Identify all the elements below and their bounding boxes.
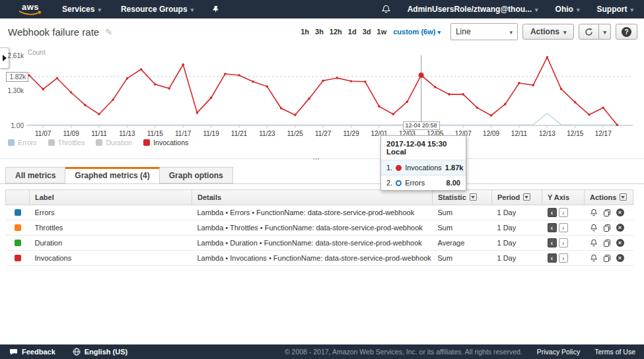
time-range-3h[interactable]: 3h	[315, 28, 324, 36]
column-filter-icon[interactable]	[620, 193, 627, 201]
metric-yaxis-cell	[542, 220, 585, 236]
refresh-icon	[585, 28, 593, 36]
y-axis-title: Count	[28, 49, 46, 56]
duplicate-icon[interactable]	[603, 254, 611, 263]
resize-grip-icon[interactable]	[313, 155, 320, 161]
refresh-button[interactable]	[579, 24, 599, 40]
y-axis-hover-label: 1.82k	[6, 72, 28, 82]
chart-canvas[interactable]: 11/0711/0911/1111/1311/1511/1711/1911/21…	[0, 45, 644, 165]
aws-logo[interactable]: aws	[18, 3, 42, 16]
chart-type-select[interactable]: Line	[450, 23, 518, 40]
y-axis-label: 1.00	[0, 122, 24, 129]
column-header-period: Period	[492, 190, 542, 205]
chevron-down-icon	[509, 27, 513, 36]
metric-actions-cell	[585, 236, 633, 251]
metric-color-cell	[6, 205, 30, 220]
language-selector[interactable]: English (US)	[73, 348, 127, 356]
time-range-1d[interactable]: 1d	[348, 28, 357, 36]
duplicate-icon[interactable]	[603, 239, 611, 247]
metric-color-swatch	[15, 224, 21, 231]
tooltip-timestamp: 2017-12-04 15:30 Local	[381, 136, 466, 160]
metric-details: Lambda • Throttles • FunctionName: data-…	[192, 220, 433, 236]
column-filter-icon[interactable]	[523, 193, 530, 201]
privacy-policy-link[interactable]: Privacy Policy	[537, 348, 580, 356]
action-icons	[590, 224, 628, 232]
duplicate-icon[interactable]	[603, 209, 611, 217]
svg-text:12/09: 12/09	[483, 130, 499, 137]
legend-item-invocations[interactable]: Invocations	[143, 139, 188, 147]
cloudwatch-metrics-page: aws Services Resource Groups AdminUsersR…	[0, 0, 644, 359]
aws-smile-icon	[18, 11, 42, 16]
yaxis-left-button[interactable]	[548, 253, 557, 263]
metric-row-errors: ErrorsLambda • Errors • FunctionName: da…	[6, 205, 633, 220]
table-body: ErrorsLambda • Errors • FunctionName: da…	[6, 205, 633, 266]
time-range-12h[interactable]: 12h	[330, 28, 342, 36]
tab-all-metrics[interactable]: All metrics	[5, 167, 65, 183]
svg-text:11/27: 11/27	[315, 130, 332, 137]
legend-swatch-icon	[96, 139, 102, 146]
chevron-down-icon	[603, 27, 606, 36]
duplicate-icon[interactable]	[603, 224, 611, 232]
alarm-bell-icon[interactable]	[590, 254, 598, 263]
remove-metric-icon[interactable]	[616, 209, 624, 216]
legend-item-duration[interactable]: Duration	[96, 139, 132, 147]
tooltip-series-value: 8.00	[447, 179, 460, 187]
pin-icon[interactable]	[212, 5, 219, 13]
nav-services-menu[interactable]: Services	[62, 5, 101, 14]
yaxis-left-button[interactable]	[548, 238, 557, 247]
column-header-label: Statistic	[438, 193, 466, 201]
chevron-down-icon	[535, 5, 538, 14]
metric-color-swatch	[15, 209, 21, 216]
legend-item-errors[interactable]: Errors	[8, 139, 37, 147]
alarm-bell-icon[interactable]	[590, 224, 598, 232]
alarm-bell-icon[interactable]	[590, 209, 598, 217]
metrics-chart[interactable]: 11/0711/0911/1111/1311/1511/1711/1911/21…	[0, 45, 644, 165]
yaxis-left-button[interactable]	[548, 223, 557, 232]
question-mark-icon	[622, 27, 631, 37]
action-icons	[590, 239, 628, 247]
tab-graphed-metrics-4[interactable]: Graphed metrics (4)	[65, 167, 159, 184]
remove-metric-icon[interactable]	[616, 254, 624, 262]
tab-graph-options[interactable]: Graph options	[160, 167, 233, 183]
svg-text:11/17: 11/17	[175, 130, 192, 137]
time-range-3d[interactable]: 3d	[363, 28, 371, 36]
legend-label: Invocations	[153, 139, 188, 147]
metric-label: Throttles	[30, 220, 192, 236]
top-nav-bar: aws Services Resource Groups AdminUsersR…	[0, 0, 644, 18]
legend-label: Throttles	[58, 139, 85, 147]
chevron-down-icon	[577, 5, 580, 14]
nav-region-menu[interactable]: Ohio	[555, 5, 580, 14]
time-range-1h[interactable]: 1h	[301, 28, 309, 36]
actions-button[interactable]: Actions	[522, 24, 575, 40]
nav-right-group: AdminUsersRole/ztwang@thou... Ohio Suppo…	[382, 5, 644, 14]
yaxis-left-button[interactable]	[548, 208, 557, 217]
notifications-bell-icon[interactable]	[382, 5, 390, 14]
yaxis-right-button[interactable]	[559, 253, 568, 263]
edit-title-pencil-icon[interactable]	[105, 27, 112, 37]
time-range-group: 1h3h12h1d3d1w	[301, 28, 386, 36]
yaxis-right-button[interactable]	[559, 238, 568, 247]
nav-account-menu[interactable]: AdminUsersRole/ztwang@thou...	[408, 5, 538, 14]
nav-resource-groups-menu[interactable]: Resource Groups	[121, 5, 194, 14]
metric-period: 1 Day	[492, 251, 542, 266]
refresh-options-button[interactable]	[599, 24, 611, 40]
chevron-down-icon	[191, 5, 194, 14]
metric-details: Lambda • Duration • FunctionName: data-s…	[192, 236, 433, 251]
legend-item-throttles[interactable]: Throttles	[48, 139, 85, 147]
alarm-bell-icon[interactable]	[590, 239, 598, 247]
tooltip-row-invocations: 1.Invocations1.87k	[381, 160, 466, 176]
tooltip-series-label: Invocations	[405, 164, 442, 172]
column-filter-icon[interactable]	[470, 193, 477, 201]
nav-support-menu[interactable]: Support	[596, 5, 633, 14]
legend-label: Errors	[18, 139, 37, 147]
yaxis-right-button[interactable]	[559, 208, 568, 217]
time-range-1w[interactable]: 1w	[377, 28, 387, 36]
chart-legend: ErrorsThrottlesDurationInvocations	[8, 139, 188, 147]
terms-of-use-link[interactable]: Terms of Use	[594, 348, 635, 356]
feedback-button[interactable]: Feedback	[9, 348, 55, 356]
remove-metric-icon[interactable]	[616, 224, 624, 232]
help-button[interactable]	[616, 24, 637, 40]
custom-range-button[interactable]: custom (6w)	[393, 28, 441, 36]
remove-metric-icon[interactable]	[616, 239, 624, 247]
yaxis-right-button[interactable]	[559, 223, 568, 232]
